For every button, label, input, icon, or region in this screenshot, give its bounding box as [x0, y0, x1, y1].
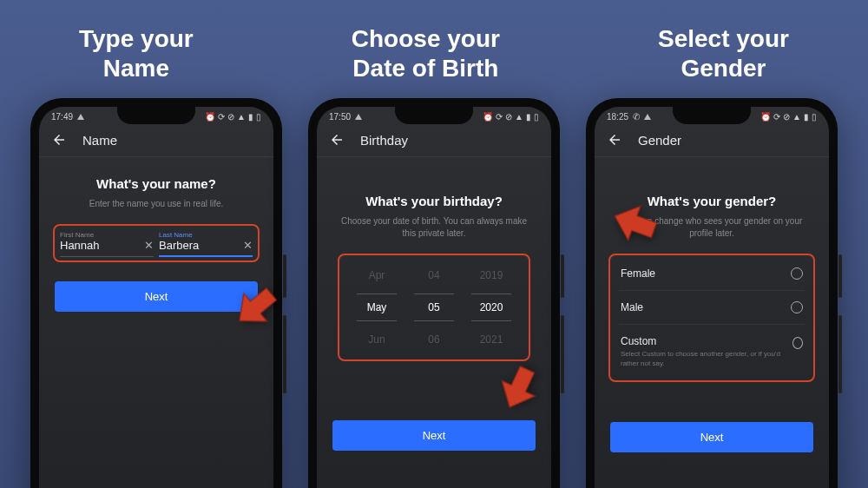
dnd-icon: ⊘: [783, 112, 790, 122]
viber-icon: ✆: [633, 112, 640, 122]
status-icons: ⏰ ⟳ ⊘ ▲ ▮ ▯: [205, 112, 261, 122]
title-2: Choose your Date of Birth: [352, 24, 500, 82]
gender-highlight: Female Male Custom Select Custom to choo…: [608, 254, 815, 382]
status-time: 18:25: [607, 112, 628, 122]
radio-icon: [791, 301, 803, 313]
next-button[interactable]: Next: [55, 281, 258, 312]
alarm-icon: ⏰: [760, 112, 771, 122]
heading: What's your name?: [53, 176, 260, 191]
appbar: Birthday: [317, 123, 551, 157]
screen-name: 17:49 ⏰ ⟳ ⊘ ▲ ▮ ▯ Name What's your name?: [39, 107, 273, 488]
signal-icon: ▮: [248, 112, 253, 122]
wifi-icon: ▲: [237, 112, 246, 122]
gender-custom[interactable]: Custom Select Custom to choose another g…: [619, 325, 805, 379]
appbar-title: Gender: [638, 133, 681, 148]
gender-female[interactable]: Female: [619, 257, 805, 291]
signal-icon: ▮: [804, 112, 809, 122]
appbar-title: Name: [82, 133, 117, 148]
month-next[interactable]: Jun: [368, 333, 385, 346]
last-name-label: Last Name: [159, 231, 253, 239]
signal-icon: ▮: [526, 112, 531, 122]
clear-first-icon[interactable]: ✕: [144, 239, 154, 252]
gender-label: Male: [621, 301, 643, 313]
alarm-icon: ⏰: [205, 112, 215, 122]
day-selected: 05: [414, 293, 454, 321]
year-selected: 2020: [471, 293, 511, 321]
next-button[interactable]: Next: [332, 420, 536, 451]
heading: What's your birthday?: [331, 194, 537, 208]
sync-icon: ⟳: [496, 112, 503, 122]
title-3: Select your Gender: [658, 24, 789, 82]
status-icons: ⏰ ⟳ ⊘ ▲ ▮ ▯: [483, 112, 539, 122]
appbar-title: Birthday: [360, 133, 408, 148]
heading: What's your gender?: [608, 194, 815, 208]
dnd-icon: ⊘: [227, 112, 234, 122]
last-name-value: Barbera: [159, 239, 199, 252]
screen-birthday: 17:50 ⏰ ⟳ ⊘ ▲ ▮ ▯ Birthday What's your b: [317, 107, 551, 488]
year-next[interactable]: 2021: [480, 333, 503, 346]
clear-last-icon[interactable]: ✕: [243, 239, 253, 252]
status-time: 17:50: [329, 112, 351, 122]
day-prev[interactable]: 04: [428, 269, 439, 281]
back-icon[interactable]: [329, 132, 345, 148]
sync-icon: ⟳: [773, 112, 780, 122]
battery-icon: ▯: [534, 112, 539, 122]
sync-icon: ⟳: [218, 112, 225, 122]
month-col[interactable]: Apr May Jun: [357, 269, 397, 346]
gender-label: Female: [621, 267, 655, 280]
appbar: Gender: [595, 123, 829, 157]
gender-note: Select Custom to choose another gender, …: [621, 350, 792, 368]
alarm-icon: ⏰: [483, 112, 493, 122]
dnd-icon: ⊘: [505, 112, 512, 122]
phone-name: 17:49 ⏰ ⟳ ⊘ ▲ ▮ ▯ Name What's your name?: [30, 98, 282, 488]
battery-icon: ▯: [812, 112, 817, 122]
month-selected: May: [357, 293, 397, 321]
title-row: Type your Name Choose your Date of Birth…: [0, 0, 868, 98]
phone-row: 17:49 ⏰ ⟳ ⊘ ▲ ▮ ▯ Name What's your name?: [0, 98, 868, 488]
subheading: Choose your date of birth. You can alway…: [339, 215, 529, 240]
subheading: Enter the name you use in real life.: [61, 198, 252, 210]
name-highlight: First Name Hannah ✕ Last Name Barbera ✕: [53, 224, 260, 262]
first-name-value: Hannah: [60, 239, 100, 252]
notch: [117, 107, 195, 124]
phone-gender: 18:25 ✆ ⏰ ⟳ ⊘ ▲ ▮ ▯ Gender Wha: [586, 98, 838, 488]
phone-birthday: 17:50 ⏰ ⟳ ⊘ ▲ ▮ ▯ Birthday What's your b: [308, 98, 560, 488]
date-highlight: Apr May Jun 04 05 06 2019 2020 2021: [338, 254, 530, 361]
status-icon: [355, 114, 362, 120]
status-icons: ⏰ ⟳ ⊘ ▲ ▮ ▯: [760, 112, 817, 122]
month-prev[interactable]: Apr: [369, 269, 385, 281]
last-name-field[interactable]: Last Name Barbera ✕: [159, 229, 253, 257]
year-col[interactable]: 2019 2020 2021: [471, 269, 511, 346]
gender-male[interactable]: Male: [619, 291, 805, 325]
notch: [673, 107, 751, 124]
day-next[interactable]: 06: [428, 333, 439, 346]
appbar: Name: [39, 123, 273, 157]
gender-label: Custom: [621, 335, 792, 347]
status-icon: [77, 114, 84, 120]
title-1: Type your Name: [79, 24, 194, 82]
status-icon: [644, 114, 651, 120]
radio-icon: [791, 267, 803, 280]
date-picker[interactable]: Apr May Jun 04 05 06 2019 2020 2021: [343, 260, 525, 354]
battery-icon: ▯: [256, 112, 261, 122]
radio-icon: [792, 337, 803, 349]
status-time: 17:49: [51, 112, 73, 122]
back-icon[interactable]: [51, 132, 67, 148]
wifi-icon: ▲: [792, 112, 801, 122]
subheading: You can change who sees your gender on y…: [616, 215, 807, 240]
back-icon[interactable]: [607, 132, 622, 148]
next-button[interactable]: Next: [610, 422, 813, 452]
wifi-icon: ▲: [515, 112, 523, 122]
day-col[interactable]: 04 05 06: [414, 269, 454, 346]
first-name-label: First Name: [60, 231, 154, 239]
year-prev[interactable]: 2019: [480, 269, 503, 281]
screen-gender: 18:25 ✆ ⏰ ⟳ ⊘ ▲ ▮ ▯ Gender Wha: [595, 107, 829, 488]
notch: [395, 107, 473, 124]
first-name-field[interactable]: First Name Hannah ✕: [60, 229, 154, 257]
